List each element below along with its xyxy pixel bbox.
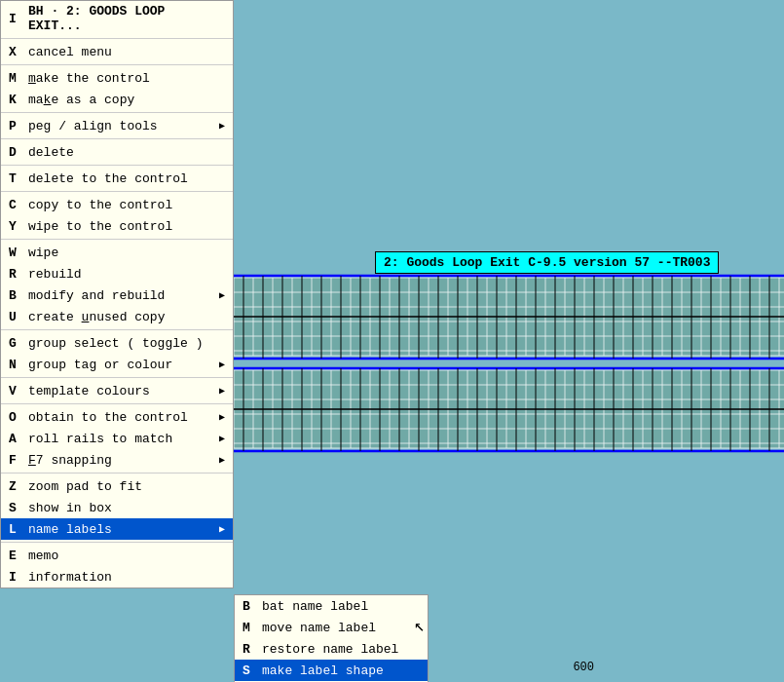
menu-key-f: F (9, 453, 24, 468)
menu-label-modify-rebuild: modify and rebuild (28, 288, 219, 303)
menu-label-name-labels: name labels (28, 522, 219, 537)
context-menu: I BH · 2: GOODS LOOP EXIT... X cancel me… (0, 0, 234, 588)
separator (1, 473, 233, 474)
menu-header-label: BH · 2: GOODS LOOP EXIT... (28, 4, 225, 33)
menu-key-x: X (9, 45, 24, 59)
separator (1, 64, 233, 65)
submenu-item-bat[interactable]: B bat name label (235, 595, 428, 617)
menu-item-roll-rails[interactable]: A roll rails to match ▶ (1, 428, 233, 449)
submenu-item-make-label-shape[interactable]: S make label shape (235, 660, 428, 681)
menu-item-information[interactable]: I information (1, 566, 233, 587)
menu-key-n: N (9, 358, 24, 372)
menu-item-group-select[interactable]: G group select ( toggle ) (1, 332, 233, 354)
menu-item-unused-copy[interactable]: U create unused copy (1, 306, 233, 327)
menu-label-memo: memo (28, 549, 225, 563)
menu-key-k: K (9, 93, 24, 107)
separator (1, 191, 233, 192)
separator (1, 377, 233, 378)
menu-label-roll-rails: roll rails to match (28, 432, 219, 446)
menu-item-peg-align[interactable]: P peg / align tools ▶ (1, 115, 233, 136)
menu-item-cancel[interactable]: X cancel menu (1, 41, 233, 62)
submenu-key-b: B (243, 599, 258, 614)
menu-key-b: B (9, 288, 24, 303)
submenu-arrow-n: ▶ (219, 359, 225, 370)
menu-item-obtain-control[interactable]: O obtain to the control ▶ (1, 406, 233, 428)
menu-label-zoom-pad: zoom pad to fit (28, 479, 225, 494)
menu-item-rebuild[interactable]: R rebuild (1, 263, 233, 284)
separator (1, 38, 233, 39)
menu-header: I BH · 2: GOODS LOOP EXIT... (1, 1, 233, 36)
menu-label-peg-align: peg / align tools (28, 119, 219, 133)
submenu-label-restore: restore name label (262, 642, 420, 657)
menu-label-make-copy: make as a copy (28, 93, 225, 107)
submenu-label-bat: bat name label (262, 599, 420, 614)
menu-key-a: A (9, 432, 24, 446)
menu-key-i: I (9, 570, 24, 585)
menu-item-zoom-pad[interactable]: Z zoom pad to fit (1, 475, 233, 497)
menu-item-group-tag[interactable]: N group tag or colour ▶ (1, 354, 233, 375)
menu-item-delete-control[interactable]: T delete to the control (1, 168, 233, 189)
menu-item-show-box[interactable]: S show in box (1, 497, 233, 518)
menu-label-delete-control: delete to the control (28, 171, 225, 186)
menu-key-w: W (9, 246, 24, 260)
submenu-arrow-a: ▶ (219, 433, 225, 444)
track-visualization (234, 273, 784, 487)
menu-item-wipe-control[interactable]: Y wipe to the control (1, 215, 233, 237)
submenu-key-s: S (243, 663, 258, 678)
menu-label-unused-copy: create unused copy (28, 310, 225, 324)
menu-item-modify-rebuild[interactable]: B modify and rebuild ▶ (1, 284, 233, 306)
menu-item-template-colours[interactable]: V template colours ▶ (1, 380, 233, 401)
menu-key-r: R (9, 267, 24, 282)
submenu-arrow: ▶ (219, 120, 225, 132)
submenu-label-make-label-shape: make label shape (262, 663, 420, 678)
menu-key-y: Y (9, 219, 24, 234)
menu-label-cancel: cancel menu (28, 45, 225, 59)
menu-label-show-box: show in box (28, 501, 225, 515)
separator (1, 329, 233, 330)
menu-item-snapping[interactable]: F F7 snapping ▶ (1, 449, 233, 471)
menu-item-wipe[interactable]: W wipe (1, 242, 233, 263)
menu-label-copy-control: copy to the control (28, 198, 225, 212)
submenu-label-move: move name label (262, 621, 420, 635)
separator (1, 165, 233, 166)
submenu-key-r: R (243, 642, 258, 657)
submenu-arrow-b: ▶ (219, 289, 225, 301)
submenu-arrow-f: ▶ (219, 454, 225, 466)
submenu-arrow-l: ▶ (219, 523, 225, 535)
menu-label-information: information (28, 570, 225, 585)
menu-item-make-control[interactable]: M make the control (1, 67, 233, 89)
menu-key-e: E (9, 549, 24, 563)
menu-key-l: L (9, 522, 24, 537)
menu-key-c: C (9, 198, 24, 212)
menu-key-o: O (9, 410, 24, 425)
menu-key-g: G (9, 336, 24, 351)
separator (1, 239, 233, 240)
menu-item-make-copy[interactable]: K make as a copy (1, 89, 233, 110)
menu-key-s: S (9, 501, 24, 515)
menu-key-d: D (9, 145, 24, 160)
separator (1, 542, 233, 543)
submenu-item-restore[interactable]: R restore name label (235, 638, 428, 660)
coord-label: 600 (573, 661, 594, 674)
menu-key-z: Z (9, 479, 24, 494)
menu-key-t: T (9, 171, 24, 186)
separator (1, 138, 233, 139)
menu-item-memo[interactable]: E memo (1, 545, 233, 566)
menu-label-snapping: F7 snapping (28, 453, 219, 468)
submenu-name-labels: B bat name label M move name label R res… (234, 594, 429, 682)
submenu-item-move[interactable]: M move name label (235, 617, 428, 638)
menu-key-p: P (9, 119, 24, 133)
menu-label-group-select: group select ( toggle ) (28, 336, 225, 351)
menu-item-copy-control[interactable]: C copy to the control (1, 194, 233, 215)
menu-key-u: U (9, 310, 24, 324)
menu-key-v: V (9, 384, 24, 398)
menu-item-delete[interactable]: D delete (1, 141, 233, 163)
menu-label-rebuild: rebuild (28, 267, 225, 282)
submenu-arrow-o: ▶ (219, 411, 225, 423)
separator (1, 112, 233, 113)
submenu-arrow-v: ▶ (219, 385, 225, 397)
menu-label-wipe: wipe (28, 246, 225, 260)
submenu-key-m: M (243, 621, 258, 635)
menu-item-name-labels[interactable]: L name labels ▶ (1, 518, 233, 540)
menu-label-wipe-control: wipe to the control (28, 219, 225, 234)
